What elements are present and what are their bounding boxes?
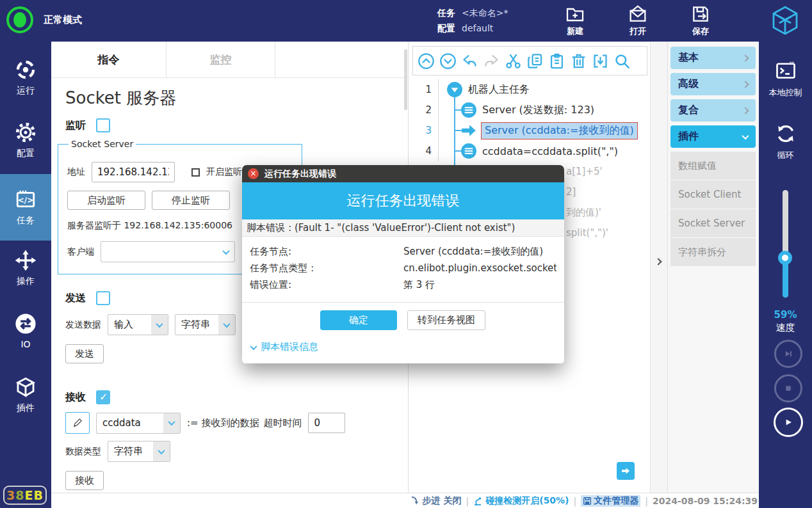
copy-icon[interactable] (526, 52, 544, 70)
tree-row-fragment: a[1]+5' (566, 161, 603, 182)
gear-icon (15, 122, 37, 143)
command-node-icon (460, 143, 477, 159)
tab-monitor[interactable]: 监控 (166, 42, 275, 77)
collapse-up-icon[interactable] (418, 52, 435, 70)
close-icon[interactable]: × (248, 168, 259, 179)
error-detail-row: 任务节点: Server (ccddata:=接收到的值) (250, 243, 556, 260)
search-icon[interactable] (613, 52, 631, 70)
step-mode-indicator[interactable]: 步进 关闭 (410, 495, 462, 507)
expand-down-icon[interactable] (439, 52, 457, 70)
robot-status-icon (6, 6, 33, 33)
dialog-title-bar[interactable]: × 运行任务出现错误 (242, 165, 564, 182)
speed-slider[interactable] (783, 190, 788, 298)
send-type-select[interactable]: 字符串 (175, 314, 236, 335)
run-icon (15, 59, 37, 81)
speed-percent: 59% (759, 309, 812, 321)
script-error-detail-link[interactable]: 脚本错误信息 (251, 341, 564, 353)
send-source-select[interactable]: 输入 (108, 314, 168, 335)
send-label: 发送 (65, 292, 86, 305)
address-input[interactable] (92, 162, 175, 182)
goto-task-view-button[interactable]: 转到任务视图 (407, 310, 485, 330)
cut-icon[interactable] (505, 52, 522, 70)
tree-row[interactable]: 2 Server (发送数据: 123) (409, 100, 650, 120)
mode-label: 正常模式 (44, 14, 82, 26)
file-manager-icon (583, 496, 592, 505)
open-task-button[interactable]: 打开 (620, 4, 656, 37)
send-data-label: 发送数据 (65, 319, 101, 331)
chevron-down-icon (250, 342, 257, 349)
status-badge: 38EB (3, 486, 47, 505)
stop-icon (783, 383, 794, 394)
address-label: 地址 (67, 166, 85, 178)
sidebar-item-config[interactable]: 配置 (0, 120, 51, 161)
paste-icon[interactable] (548, 52, 565, 70)
stop-listen-button[interactable]: 停止监听 (152, 191, 230, 210)
panel-collapse-handle[interactable] (650, 42, 668, 493)
listen-checkbox[interactable] (96, 118, 110, 132)
svg-text:</>: </> (18, 195, 34, 204)
receive-button[interactable]: 接收 (65, 471, 104, 490)
task-code-icon: </> (15, 189, 37, 210)
sidebar-item-io[interactable]: IO (0, 310, 51, 351)
tree-row[interactable]: 4 ccddata=ccddata.split(",") (409, 141, 650, 161)
palette-item-socket-server[interactable]: Socket Server (670, 209, 756, 237)
error-detail-row: 任务节点类型： cn.elibot.plugin.exsocket.socket… (250, 260, 556, 276)
speed-slider-thumb[interactable] (778, 251, 792, 265)
expanded-node-icon[interactable] (446, 81, 463, 98)
start-listen-button[interactable]: 启动监听 (67, 191, 145, 210)
undo-icon[interactable] (461, 52, 478, 70)
play-button[interactable] (774, 408, 803, 437)
loop-button[interactable]: 循环 (759, 122, 812, 161)
send-checkbox[interactable] (96, 291, 110, 305)
receive-variable-select[interactable]: ccddata (96, 413, 181, 434)
sidebar-item-plugin[interactable]: 插件 (0, 374, 51, 415)
jump-to-line-button[interactable] (617, 462, 635, 480)
client-select[interactable] (101, 241, 235, 262)
step-arrow-icon (410, 496, 420, 505)
palette-section-basic[interactable]: 基本 (670, 47, 756, 69)
listen-toggle-checkbox[interactable] (191, 168, 200, 177)
chevron-down-icon (153, 441, 170, 461)
listen-toggle-label: 开启监听 (206, 166, 242, 178)
palette-section-advanced[interactable]: 高级 (670, 73, 756, 95)
config-label: 配置 (437, 23, 455, 33)
command-node-icon (460, 102, 477, 118)
ok-button[interactable]: 确定 (320, 310, 397, 330)
palette-item-array-assign[interactable]: 数组赋值 (670, 152, 756, 180)
collision-indicator[interactable]: 碰撞检测开启(50%) (473, 495, 569, 507)
clock-timestamp: 2024-08-09 15:24:39 (653, 496, 758, 506)
local-control-button[interactable]: 本地控制 (759, 60, 812, 99)
config-name: default (462, 23, 493, 33)
redo-icon[interactable] (483, 52, 500, 70)
dialog-header: 运行任务出现错误 (242, 182, 564, 219)
tab-instruction[interactable]: 指令 (51, 42, 166, 77)
play-icon (782, 416, 795, 429)
sidebar-item-run[interactable]: 运行 (0, 57, 51, 98)
palette-item-socket-client[interactable]: Socket Client (670, 180, 756, 209)
palette-section-compound[interactable]: 复合 (670, 99, 756, 122)
step-button[interactable] (774, 340, 802, 368)
new-task-button[interactable]: 新建 (557, 4, 593, 37)
new-folder-icon (565, 4, 585, 24)
tab-bar: 指令 监控 (51, 42, 408, 78)
send-button[interactable]: 发送 (65, 344, 104, 363)
sidebar-item-task[interactable]: </> 任务 (0, 174, 51, 241)
vertical-scrollbar[interactable] (404, 49, 407, 110)
sidebar-item-jog[interactable]: 操作 (0, 248, 51, 289)
delete-icon[interactable] (570, 52, 587, 70)
timeout-input[interactable] (308, 413, 345, 433)
receive-checkbox[interactable] (96, 390, 110, 404)
palette-section-plugin[interactable]: 插件 (670, 125, 756, 148)
edit-variable-button[interactable] (65, 412, 90, 434)
palette-item-string-split[interactable]: 字符串拆分 (670, 238, 756, 266)
datatype-select[interactable]: 字符串 (108, 441, 170, 462)
execution-pointer-icon (460, 122, 477, 139)
tree-row-selected[interactable]: 3 Server (ccddata:=接收到的值) (409, 120, 650, 141)
speed-readout: 59% 速度 (759, 309, 812, 334)
tree-row-root[interactable]: 1 机器人主任务 (409, 79, 650, 100)
stop-button[interactable] (774, 374, 802, 402)
insert-icon[interactable] (592, 52, 609, 70)
save-task-button[interactable]: 保存 (683, 4, 719, 37)
speed-label: 速度 (759, 322, 812, 334)
file-manager-button[interactable]: 文件管理器 (581, 495, 640, 507)
